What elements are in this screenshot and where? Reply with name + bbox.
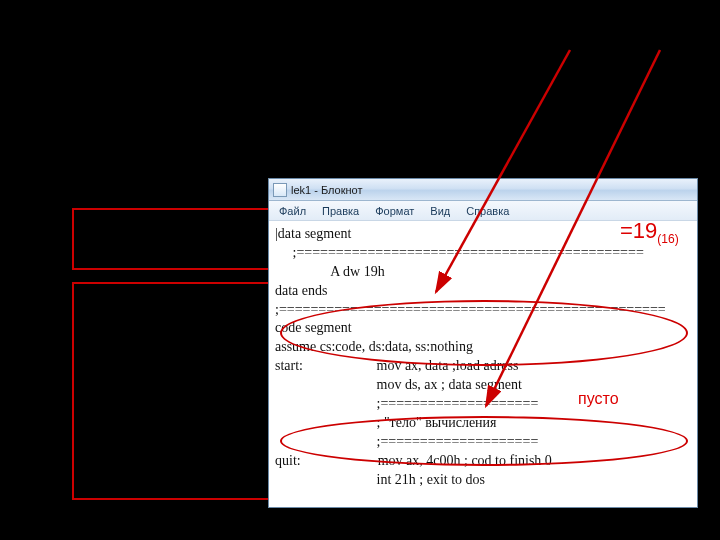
bracket-data-segment: [72, 208, 268, 270]
menu-file[interactable]: Файл: [271, 203, 314, 219]
code-line: code segment: [275, 320, 352, 335]
notepad-window: lek1 - Блокнот Файл Правка Формат Вид Сп…: [268, 178, 698, 508]
menu-view[interactable]: Вид: [422, 203, 458, 219]
window-title: lek1 - Блокнот: [291, 184, 363, 196]
code-line: data ends: [275, 283, 327, 298]
menu-help[interactable]: Справка: [458, 203, 517, 219]
code-line: data segment: [278, 226, 351, 241]
menubar: Файл Правка Формат Вид Справка: [269, 201, 697, 221]
menu-format[interactable]: Формат: [367, 203, 422, 219]
code-line: quit:: [275, 453, 301, 468]
code-line: mov ds, ax ; data segment: [377, 377, 522, 392]
menu-edit[interactable]: Правка: [314, 203, 367, 219]
editor-area[interactable]: |data segment ;=========================…: [269, 221, 697, 508]
code-line: ;=======================================…: [275, 302, 666, 317]
code-line: assume cs:code, ds:data, ss:nothing: [275, 339, 473, 354]
app-icon: [273, 183, 287, 197]
code-line: ;=======================================…: [275, 245, 644, 260]
bracket-code-segment: [72, 282, 268, 500]
code-line: ;====================: [377, 396, 539, 411]
code-line: ; "тело" вычисления: [377, 415, 497, 430]
code-line: ;====================: [377, 434, 539, 449]
code-line: start:: [275, 358, 303, 373]
code-line: mov ax, data ;load adress: [377, 358, 519, 373]
titlebar[interactable]: lek1 - Блокнот: [269, 179, 697, 201]
code-line: mov ax, 4c00h ; cod to finish 0: [378, 453, 552, 468]
code-line: int 21h ; exit to dos: [377, 472, 486, 487]
code-line: A dw 19h: [275, 264, 385, 279]
slide-root: lek1 - Блокнот Файл Правка Формат Вид Сп…: [0, 0, 720, 540]
